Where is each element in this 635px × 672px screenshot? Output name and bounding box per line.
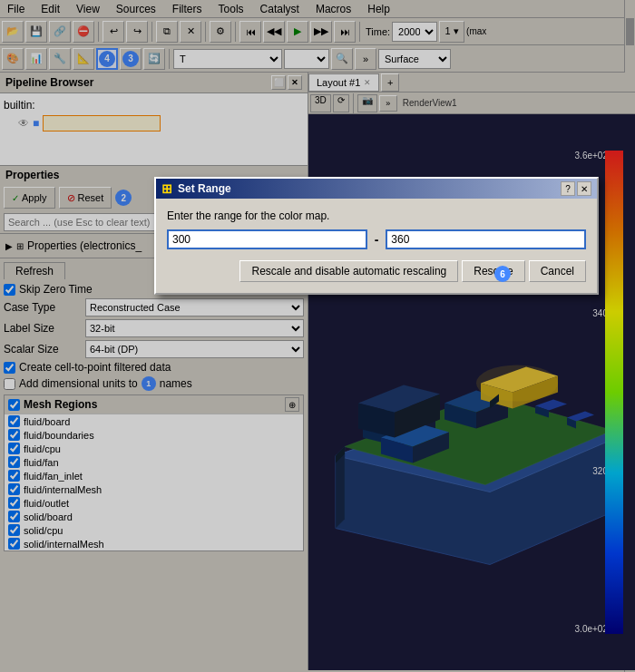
layout-tab[interactable]: Layout #1 ✕ xyxy=(308,73,379,92)
scrollbar-thumb[interactable] xyxy=(626,18,634,45)
mesh-item-fluid-outlet-checkbox[interactable] xyxy=(8,497,20,509)
apply-button[interactable]: ✓ Apply xyxy=(4,187,55,209)
toolbar2-btn4[interactable]: 📐 xyxy=(73,48,94,70)
connect-button[interactable]: 🔗 xyxy=(49,21,71,43)
toolbar2-btn2[interactable]: 📊 xyxy=(25,48,47,70)
menu-file[interactable]: File xyxy=(4,3,28,15)
view-cam-btn[interactable]: 📷 xyxy=(357,94,377,112)
view-reset-btn[interactable]: ⟳ xyxy=(333,94,349,112)
menu-help[interactable]: Help xyxy=(364,3,394,15)
save-button[interactable]: 💾 xyxy=(25,21,47,43)
create-cell-label: Create cell-to-point filtered data xyxy=(19,361,171,374)
t-dropdown[interactable]: T xyxy=(173,49,282,69)
props-collapse-icon[interactable]: ▶ xyxy=(5,241,13,251)
mesh-item-fluid-internal: fluid/internalMesh xyxy=(5,482,303,496)
mesh-regions-list: fluid/board fluid/boundaries fluid/cpu f… xyxy=(5,414,303,550)
copy-button[interactable]: ⧉ xyxy=(156,21,178,43)
layout-tab-label: Layout #1 xyxy=(317,77,360,88)
mesh-item-fluid-fan-inlet-checkbox[interactable] xyxy=(8,470,20,482)
sep4 xyxy=(235,22,236,42)
surface-dropdown[interactable]: Surface xyxy=(378,49,451,69)
toolbar2-search[interactable]: 🔍 xyxy=(331,48,353,70)
toolbar2-btn5[interactable]: 4 xyxy=(96,48,118,70)
modal-close-btn[interactable]: ✕ xyxy=(577,181,591,196)
view-sep xyxy=(353,93,354,113)
view-more-btn[interactable]: » xyxy=(379,95,397,112)
set-range-dialog[interactable]: ⊞ Set Range ? ✕ Enter the range for the … xyxy=(154,177,599,295)
redo-button[interactable]: ↪ xyxy=(126,21,148,43)
toolbar2-btn6[interactable]: 3 xyxy=(120,48,142,70)
undo-button[interactable]: ↩ xyxy=(103,21,124,43)
case-type-select[interactable]: Reconstructed Case xyxy=(85,298,304,317)
eye-icon[interactable]: 👁 xyxy=(18,117,29,130)
mesh-item-solid-cpu: solid/cpu xyxy=(5,523,303,537)
mesh-regions-expand-btn[interactable]: ⊕ xyxy=(285,397,299,412)
toolbar2-btn3[interactable]: 🔧 xyxy=(49,48,71,70)
add-dimensional-row: Add dimensional units to 1 names xyxy=(4,376,304,391)
menu-catalyst[interactable]: Catalyst xyxy=(257,3,303,15)
range-min-input[interactable] xyxy=(167,229,367,249)
modal-buttons: Rescale and disable automatic rescaling … xyxy=(167,260,586,282)
mesh-item-solid-board-label: solid/board xyxy=(24,511,73,522)
sep1 xyxy=(98,22,99,42)
menu-filters[interactable]: Filters xyxy=(169,3,206,15)
menu-macros[interactable]: Macros xyxy=(312,3,355,15)
rescale-button[interactable]: Rescale xyxy=(462,260,524,282)
toolbar2-btn7[interactable]: 🔄 xyxy=(143,48,165,70)
mesh-item-fluid-fan-checkbox[interactable] xyxy=(8,456,20,468)
refresh-tab[interactable]: Refresh xyxy=(4,262,65,279)
view-3d-btn[interactable]: 3D xyxy=(310,94,331,112)
pipeline-file-input[interactable] xyxy=(43,115,161,131)
time-dropdown[interactable]: 2000 xyxy=(392,22,437,42)
main-layout: Pipeline Browser ⬜ ✕ builtin: 👁 ■ Proper… xyxy=(0,73,635,670)
play-fast-button[interactable]: ▶▶ xyxy=(310,21,332,43)
scalar-size-select[interactable]: 64-bit (DP) xyxy=(85,340,304,358)
skip-zero-time-checkbox[interactable] xyxy=(4,284,15,296)
props-section-title: Properties (electronics_ xyxy=(27,239,142,252)
add-layout-btn[interactable]: + xyxy=(381,73,399,92)
mesh-item-fluid-board-label: fluid/board xyxy=(24,416,70,427)
render-view-label: RenderView1 xyxy=(403,98,457,108)
range-dropdown[interactable] xyxy=(284,49,329,69)
modal-icon: ⊞ xyxy=(161,181,172,196)
range-max-input[interactable] xyxy=(386,229,586,249)
menu-sources[interactable]: Sources xyxy=(112,3,160,15)
settings-button[interactable]: ⚙ xyxy=(210,21,231,43)
mesh-item-fluid-boundaries-checkbox[interactable] xyxy=(8,429,20,441)
create-cell-checkbox[interactable] xyxy=(4,362,15,374)
play-end-button[interactable]: ⏭ xyxy=(334,21,356,43)
layout-tab-close[interactable]: ✕ xyxy=(364,78,371,87)
mesh-regions-all-checkbox[interactable] xyxy=(8,399,20,411)
delete-button[interactable]: ✕ xyxy=(180,21,201,43)
modal-description: Enter the range for the color map. xyxy=(167,209,586,222)
modal-title-label: Set Range xyxy=(178,182,231,195)
toolbar2-btn1[interactable]: 🎨 xyxy=(2,48,24,70)
modal-help-btn[interactable]: ? xyxy=(561,181,575,196)
play-begin-button[interactable]: ⏮ xyxy=(239,21,261,43)
reset-button[interactable]: ⊘ Reset xyxy=(59,187,112,209)
time-step-btn[interactable]: 1 ▾ xyxy=(439,21,464,43)
disconnect-button[interactable]: ⛔ xyxy=(73,21,94,43)
mesh-item-solid-cpu-checkbox[interactable] xyxy=(8,524,20,536)
open-button[interactable]: 📂 xyxy=(2,21,24,43)
cube-icon: ■ xyxy=(33,117,39,130)
pb-restore-btn[interactable]: ⬜ xyxy=(271,75,286,90)
play-button[interactable]: ▶ xyxy=(287,21,308,43)
play-prev-button[interactable]: ◀◀ xyxy=(263,21,285,43)
menu-tools[interactable]: Tools xyxy=(215,3,248,15)
label-size-select[interactable]: 32-bit xyxy=(85,319,304,337)
mesh-item-fluid-cpu-checkbox[interactable] xyxy=(8,443,20,454)
mesh-item-solid-internal-checkbox[interactable] xyxy=(8,538,20,550)
badge-1: 1 xyxy=(142,376,156,391)
add-dimensional-checkbox[interactable] xyxy=(4,378,15,390)
pb-close-btn[interactable]: ✕ xyxy=(288,75,302,90)
mesh-item-solid-board-checkbox[interactable] xyxy=(8,511,20,522)
rescale-disable-button[interactable]: Rescale and disable automatic rescaling xyxy=(239,260,458,282)
menu-view[interactable]: View xyxy=(73,3,103,15)
menu-edit[interactable]: Edit xyxy=(37,3,64,15)
toolbar2-expand[interactable]: » xyxy=(355,48,376,70)
pipeline-item-file[interactable]: 👁 ■ xyxy=(4,113,304,133)
mesh-item-fluid-board-checkbox[interactable] xyxy=(8,415,20,427)
cancel-button[interactable]: Cancel xyxy=(529,260,586,282)
mesh-item-fluid-internal-checkbox[interactable] xyxy=(8,483,20,495)
